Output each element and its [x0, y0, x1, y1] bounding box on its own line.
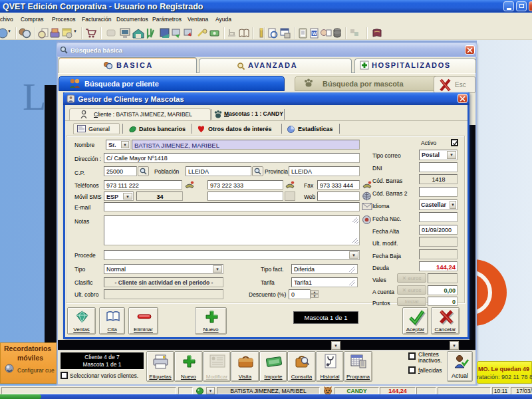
svg-text:W: W [313, 31, 317, 36]
